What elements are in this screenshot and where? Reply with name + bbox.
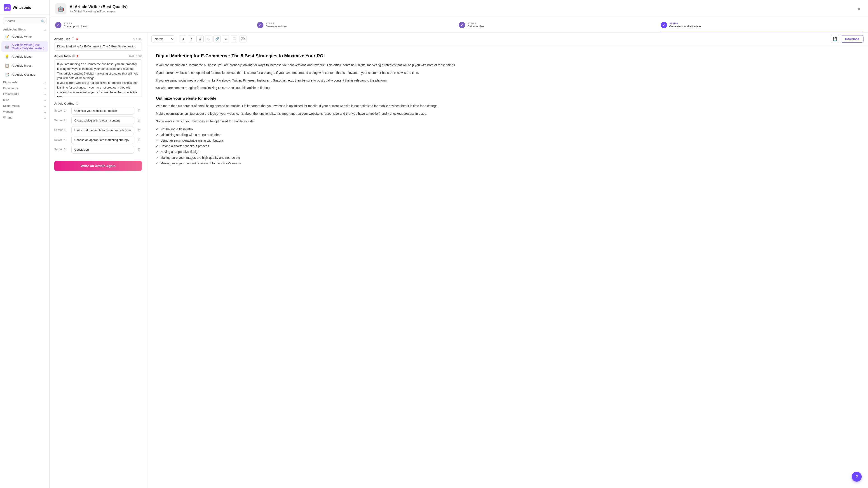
step-4-label: STEP 4 Generate your draft article <box>670 22 701 28</box>
logo-icon: WS <box>4 4 11 11</box>
sidebar-category-frameworks[interactable]: Frameworks ▲ <box>0 91 50 97</box>
ai-article-writer-icon: 📝 <box>4 34 9 39</box>
header-icon: 🤖 <box>55 3 66 14</box>
header-titles: AI Article Writer (Best Quality) for Dig… <box>70 4 128 13</box>
step-4-desc: Generate your draft article <box>670 25 701 28</box>
step-1[interactable]: ✓ STEP 1 Come up with ideas <box>55 18 257 32</box>
sidebar-category-website[interactable]: Website ▲ <box>0 108 50 114</box>
steps-bar: ✓ STEP 1 Come up with ideas ✓ STEP 2 Gen… <box>50 18 868 33</box>
sidebar-category-label: Misc <box>3 98 9 102</box>
close-button[interactable]: × <box>855 5 863 12</box>
article-intro-textarea[interactable]: If you are running an eCommerce business… <box>54 59 142 97</box>
article-intro-p3: If you are using social media platforms … <box>156 78 859 83</box>
ai-article-outlines-icon: 📑 <box>4 72 9 77</box>
format-select[interactable]: Normal Heading 1 Heading 2 Heading 3 <box>151 35 175 42</box>
list-item: Making sure your content is relevant to … <box>156 161 859 166</box>
article-title-label: Article Title ⓘ ★ 76 / 300 <box>54 37 142 41</box>
section-3-delete-button[interactable]: 🗑 <box>136 127 142 133</box>
section-2-delete-button[interactable]: 🗑 <box>136 117 142 124</box>
search-input[interactable] <box>3 18 47 24</box>
sidebar-logo: WS Writesonic <box>0 0 50 15</box>
step-2[interactable]: ✓ STEP 2 Generate an intro <box>257 18 459 32</box>
list-item: Making sure your images are high-quality… <box>156 155 859 161</box>
outline-info-icon: ⓘ <box>76 102 79 105</box>
section-3-label: Section 3: <box>54 129 70 132</box>
chevron-icon: ▲ <box>44 81 46 84</box>
right-panel: Normal Heading 1 Heading 2 Heading 3 B I… <box>147 33 868 488</box>
sidebar-search-container: 🔍 <box>3 18 47 24</box>
help-button[interactable]: ? <box>852 472 862 482</box>
section-5-input[interactable] <box>71 145 134 154</box>
step-3[interactable]: ✓ STEP 3 Get an outline <box>459 18 661 32</box>
sidebar-item-ai-article-outlines[interactable]: 📑 AI Article Outlines <box>1 70 48 79</box>
sidebar-item-ai-article-writer-best[interactable]: 🤖 AI Article Writer (Best Quality, Fully… <box>1 41 48 52</box>
left-panel: Article Title ⓘ ★ 76 / 300 Article Intro… <box>50 33 147 488</box>
ai-article-ideas-icon: 💡 <box>4 54 9 59</box>
section-5-label: Section 5: <box>54 148 70 151</box>
sidebar-category-articles[interactable]: Article And Blogs ▲ <box>0 26 50 32</box>
ordered-list-button[interactable]: ≡ <box>222 35 229 42</box>
list-item: Using an easy-to-navigate menu with butt… <box>156 138 859 143</box>
write-article-button[interactable]: Write an Article Again <box>54 161 142 171</box>
toolbar-divider <box>177 36 177 41</box>
outline-section-4: Section 4: 🗑 <box>54 136 142 144</box>
section-1-input[interactable] <box>71 107 134 115</box>
italic-button[interactable]: I <box>188 35 195 42</box>
sidebar-category-digital-ads[interactable]: Digital Ads ▲ <box>0 79 50 85</box>
strikethrough-button[interactable]: S <box>205 35 212 42</box>
sidebar-category-misc[interactable]: Misc ▲ <box>0 97 50 102</box>
sidebar-item-label: AI Article Intros <box>12 64 31 67</box>
toolbar-right: 💾 Download <box>831 35 864 43</box>
save-button[interactable]: 💾 <box>831 35 839 43</box>
sidebar-category-label: Social Media <box>3 104 20 107</box>
step-4-circle: ✓ <box>661 22 667 28</box>
chevron-icon: ▲ <box>44 87 46 90</box>
intro-required: ★ <box>76 55 79 58</box>
sidebar-item-ai-article-intros[interactable]: 📋 AI Article Intros <box>1 61 48 70</box>
article-title-input[interactable] <box>54 42 142 51</box>
sidebar-category-label: Article And Blogs <box>3 28 26 31</box>
article-outline-field: Article Outline ⓘ Section 1: 🗑 Section 2… <box>54 102 142 155</box>
sidebar-category-label: Frameworks <box>3 93 19 96</box>
clear-format-button[interactable]: ⌦ <box>239 35 246 42</box>
step-1-label: STEP 1 Come up with ideas <box>64 22 87 28</box>
ai-article-intros-icon: 📋 <box>4 63 9 68</box>
link-button[interactable]: 🔗 <box>214 35 221 42</box>
section-4-input[interactable] <box>71 136 134 144</box>
sidebar-category-writing[interactable]: Writing ▲ <box>0 114 50 120</box>
header-left: 🤖 AI Article Writer (Best Quality) for D… <box>55 3 128 14</box>
article-intro-p2: If your current website is not optimized… <box>156 70 859 76</box>
section-4-delete-button[interactable]: 🗑 <box>136 137 142 143</box>
logo-text: Writesonic <box>13 6 31 10</box>
chevron-up-icon: ▲ <box>44 28 46 31</box>
section-4-label: Section 4: <box>54 138 70 141</box>
underline-button[interactable]: U <box>196 35 204 42</box>
step-4[interactable]: ✓ STEP 4 Generate your draft article <box>661 18 863 32</box>
article-intro-field: Article Intro ⓘ ★ 670 / 1000 If you are … <box>54 54 142 98</box>
unordered-list-button[interactable]: ☰ <box>231 35 238 42</box>
section-1-delete-button[interactable]: 🗑 <box>136 107 142 114</box>
title-info-icon: ⓘ <box>72 37 74 41</box>
section-5-delete-button[interactable]: 🗑 <box>136 146 142 153</box>
sidebar-category-label: Website <box>3 110 13 113</box>
outline-section-5: Section 5: 🗑 <box>54 145 142 154</box>
step-1-num: STEP 1 <box>64 22 87 25</box>
section1-list: Not having a flash intro Minimizing scro… <box>156 126 859 166</box>
sidebar-item-ai-article-writer[interactable]: 📝 AI Article Writer <box>1 32 48 41</box>
search-icon: 🔍 <box>41 19 44 23</box>
download-button[interactable]: Download <box>841 35 864 43</box>
article-body: Digital Marketing for E-Commerce: The 5 … <box>147 45 868 488</box>
sidebar-category-social-media[interactable]: Social Media ▲ <box>0 102 50 108</box>
bold-button[interactable]: B <box>179 35 186 42</box>
section1-p2: Mobile optimization isn't just about the… <box>156 111 859 117</box>
main-content: 🤖 AI Article Writer (Best Quality) for D… <box>50 0 868 488</box>
section-2-input[interactable] <box>71 117 134 124</box>
sidebar-category-ecommerce[interactable]: Ecommerce ▲ <box>0 85 50 91</box>
sidebar-item-ai-article-ideas[interactable]: 💡 AI Article Ideas <box>1 52 48 61</box>
section-3-input[interactable] <box>71 126 134 134</box>
page-header: 🤖 AI Article Writer (Best Quality) for D… <box>50 0 868 18</box>
chevron-icon: ▲ <box>44 116 46 119</box>
toolbar-left: Normal Heading 1 Heading 2 Heading 3 B I… <box>151 35 246 42</box>
section1-p3: Some ways in which your website can be o… <box>156 119 859 124</box>
sidebar-item-label: AI Article Writer <box>12 35 32 38</box>
